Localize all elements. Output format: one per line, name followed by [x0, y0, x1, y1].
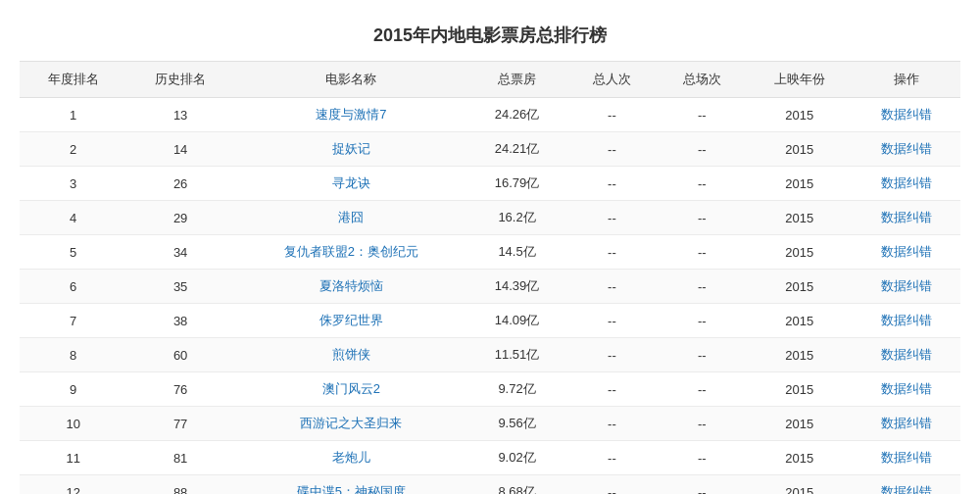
year-cell: 2015 [746, 338, 853, 372]
table-header-row: 年度排名历史排名电影名称总票房总人次总场次上映年份操作 [20, 62, 960, 98]
movie-name-cell[interactable]: 煎饼侠 [234, 338, 468, 372]
page-title: 2015年内地电影票房总排行榜 [20, 10, 960, 61]
box-office-cell: 14.09亿 [468, 304, 566, 338]
audience-cell: -- [565, 201, 658, 235]
action-cell[interactable]: 数据纠错 [854, 235, 960, 270]
rank-cell: 8 [20, 338, 126, 372]
movie-name-cell[interactable]: 夏洛特烦恼 [234, 270, 468, 304]
hist-rank-cell: 60 [126, 338, 233, 372]
box-office-cell: 14.5亿 [468, 235, 566, 270]
page-container: 2015年内地电影票房总排行榜 年度排名历史排名电影名称总票房总人次总场次上映年… [0, 0, 980, 494]
movie-name-cell[interactable]: 西游记之大圣归来 [234, 407, 468, 441]
column-header-年度排名: 年度排名 [20, 62, 126, 98]
sessions-cell: -- [658, 441, 746, 475]
sessions-cell: -- [658, 407, 746, 441]
hist-rank-cell: 14 [126, 132, 233, 167]
sessions-cell: -- [658, 98, 746, 132]
hist-rank-cell: 38 [126, 304, 233, 338]
year-cell: 2015 [746, 304, 853, 338]
rank-cell: 7 [20, 304, 126, 338]
table-row: 214捉妖记24.21亿----2015数据纠错 [20, 132, 960, 167]
hist-rank-cell: 26 [126, 167, 233, 201]
rank-cell: 9 [20, 372, 126, 407]
box-office-cell: 8.68亿 [468, 475, 566, 495]
sessions-cell: -- [658, 167, 746, 201]
rank-cell: 10 [20, 407, 126, 441]
sessions-cell: -- [658, 235, 746, 270]
box-office-cell: 9.02亿 [468, 441, 566, 475]
hist-rank-cell: 77 [126, 407, 233, 441]
box-office-cell: 14.39亿 [468, 270, 566, 304]
movie-name-cell[interactable]: 澳门风云2 [234, 372, 468, 407]
action-cell[interactable]: 数据纠错 [854, 270, 960, 304]
movie-name-cell[interactable]: 侏罗纪世界 [234, 304, 468, 338]
audience-cell: -- [565, 270, 658, 304]
year-cell: 2015 [746, 372, 853, 407]
action-cell[interactable]: 数据纠错 [854, 338, 960, 372]
table-row: 635夏洛特烦恼14.39亿----2015数据纠错 [20, 270, 960, 304]
table-row: 1288碟中谍5：神秘国度8.68亿----2015数据纠错 [20, 475, 960, 495]
audience-cell: -- [565, 441, 658, 475]
audience-cell: -- [565, 167, 658, 201]
movie-name-cell[interactable]: 复仇者联盟2：奥创纪元 [234, 235, 468, 270]
hist-rank-cell: 76 [126, 372, 233, 407]
sessions-cell: -- [658, 372, 746, 407]
action-cell[interactable]: 数据纠错 [854, 167, 960, 201]
hist-rank-cell: 81 [126, 441, 233, 475]
year-cell: 2015 [746, 98, 853, 132]
sessions-cell: -- [658, 132, 746, 167]
hist-rank-cell: 34 [126, 235, 233, 270]
rank-cell: 1 [20, 98, 126, 132]
movie-name-cell[interactable]: 寻龙诀 [234, 167, 468, 201]
year-cell: 2015 [746, 167, 853, 201]
table-row: 326寻龙诀16.79亿----2015数据纠错 [20, 167, 960, 201]
audience-cell: -- [565, 304, 658, 338]
movie-name-cell[interactable]: 捉妖记 [234, 132, 468, 167]
box-office-cell: 16.79亿 [468, 167, 566, 201]
sessions-cell: -- [658, 338, 746, 372]
hist-rank-cell: 88 [126, 475, 233, 495]
year-cell: 2015 [746, 407, 853, 441]
table-row: 534复仇者联盟2：奥创纪元14.5亿----2015数据纠错 [20, 235, 960, 270]
movie-name-cell[interactable]: 碟中谍5：神秘国度 [234, 475, 468, 495]
audience-cell: -- [565, 235, 658, 270]
rank-cell: 2 [20, 132, 126, 167]
sessions-cell: -- [658, 304, 746, 338]
action-cell[interactable]: 数据纠错 [854, 201, 960, 235]
column-header-总票房: 总票房 [468, 62, 566, 98]
column-header-总人次: 总人次 [565, 62, 658, 98]
box-office-cell: 24.26亿 [468, 98, 566, 132]
year-cell: 2015 [746, 441, 853, 475]
action-cell[interactable]: 数据纠错 [854, 372, 960, 407]
box-office-cell: 9.56亿 [468, 407, 566, 441]
table-row: 976澳门风云29.72亿----2015数据纠错 [20, 372, 960, 407]
audience-cell: -- [565, 132, 658, 167]
column-header-上映年份: 上映年份 [746, 62, 853, 98]
action-cell[interactable]: 数据纠错 [854, 441, 960, 475]
audience-cell: -- [565, 475, 658, 495]
table-row: 860煎饼侠11.51亿----2015数据纠错 [20, 338, 960, 372]
action-cell[interactable]: 数据纠错 [854, 132, 960, 167]
hist-rank-cell: 29 [126, 201, 233, 235]
rank-cell: 12 [20, 475, 126, 495]
hist-rank-cell: 35 [126, 270, 233, 304]
year-cell: 2015 [746, 201, 853, 235]
year-cell: 2015 [746, 270, 853, 304]
movie-name-cell[interactable]: 速度与激情7 [234, 98, 468, 132]
column-header-总场次: 总场次 [658, 62, 746, 98]
action-cell[interactable]: 数据纠错 [854, 98, 960, 132]
table-row: 1181老炮儿9.02亿----2015数据纠错 [20, 441, 960, 475]
movie-name-cell[interactable]: 老炮儿 [234, 441, 468, 475]
action-cell[interactable]: 数据纠错 [854, 304, 960, 338]
rank-cell: 11 [20, 441, 126, 475]
movie-name-cell[interactable]: 港囧 [234, 201, 468, 235]
action-cell[interactable]: 数据纠错 [854, 475, 960, 495]
rank-cell: 6 [20, 270, 126, 304]
sessions-cell: -- [658, 475, 746, 495]
box-office-cell: 16.2亿 [468, 201, 566, 235]
table-row: 738侏罗纪世界14.09亿----2015数据纠错 [20, 304, 960, 338]
box-office-cell: 11.51亿 [468, 338, 566, 372]
action-cell[interactable]: 数据纠错 [854, 407, 960, 441]
hist-rank-cell: 13 [126, 98, 233, 132]
year-cell: 2015 [746, 475, 853, 495]
